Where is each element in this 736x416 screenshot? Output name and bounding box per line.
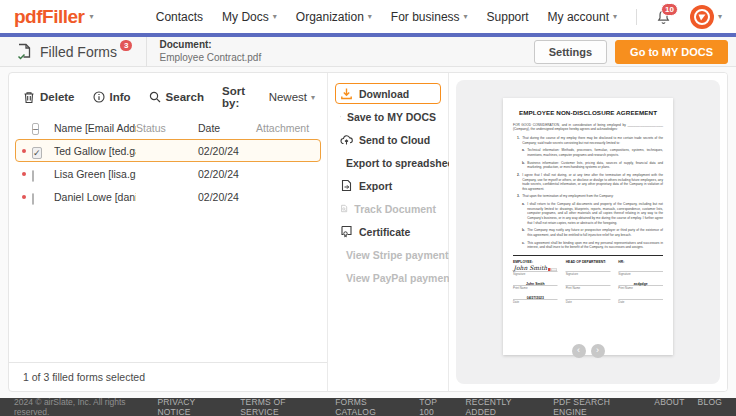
- settings-button[interactable]: Settings: [534, 40, 607, 64]
- page-navigation: ‹ ›: [572, 344, 605, 358]
- signature-column-head-of-department: HEAD OF DEPARTMENT: Signature Print Name: [566, 260, 611, 307]
- header-actions: Settings Go to MY DOCS: [534, 40, 728, 64]
- selection-summary: 1 of 3 filled forms selected: [9, 362, 327, 385]
- filled-forms-count-badge: 3: [120, 40, 132, 51]
- nda-title: EMPLOYEE NON-DISCLOSURE AGREEMENT: [513, 109, 663, 116]
- filled-forms-icon: [16, 43, 33, 61]
- document-name: Employee Contract.pdf: [159, 52, 261, 65]
- footer-link-top-100[interactable]: TOP 100: [419, 397, 452, 416]
- site-footer: 2024 © airSlate, Inc. All rights reserve…: [0, 398, 736, 416]
- nda-clause: 2. I agree that I shall not during, or a…: [517, 172, 663, 191]
- signature-column-employee: EMPLOYEE: John Smith Signature Joh: [513, 260, 558, 307]
- sort-value: Newest: [269, 91, 307, 103]
- row-checkbox[interactable]: [32, 170, 34, 182]
- action-download[interactable]: Download: [335, 83, 441, 104]
- column-header-status: Status: [136, 122, 198, 134]
- document-label: Document:: [159, 39, 261, 52]
- main-nav: Contacts My Docs▾ Organization▾ For busi…: [156, 5, 722, 29]
- action-export[interactable]: Export: [335, 175, 441, 196]
- page-header: Filled Forms 3 Document: Employee Contra…: [0, 37, 736, 67]
- copyright-text: 2024 © airSlate, Inc. All rights reserve…: [14, 397, 157, 416]
- account-avatar-menu[interactable]: ▾: [690, 5, 722, 29]
- save-docs-icon: [340, 110, 341, 123]
- row-name: Lisa Green [lisa.green@email.em] / 83.43…: [54, 168, 136, 180]
- page-title: Filled Forms: [40, 44, 117, 60]
- nav-my-docs[interactable]: My Docs▾: [222, 10, 277, 24]
- nav-support[interactable]: Support: [487, 10, 529, 24]
- signature-stamp-icon: [548, 268, 557, 271]
- action-certificate[interactable]: Certificate: [335, 221, 441, 242]
- footer-link-pdf-search-engine[interactable]: PDF SEARCH ENGINE: [553, 397, 641, 416]
- chevron-down-icon: ▾: [464, 12, 468, 21]
- footer-link-about[interactable]: ABOUT: [654, 397, 684, 416]
- sort-by-label: Sort by:: [222, 85, 265, 109]
- nda-clause: 3. That upon the termination of my emplo…: [517, 194, 663, 199]
- footer-link-terms-of-service[interactable]: TERMS OF SERVICE: [240, 397, 322, 416]
- action-save-to-my-docs[interactable]: Save to MY DOCS: [335, 106, 441, 127]
- divider: [636, 9, 637, 25]
- go-to-my-docs-button[interactable]: Go to MY DOCS: [615, 40, 728, 64]
- select-all-checkbox[interactable]: –: [32, 123, 39, 135]
- row-name: Daniel Lowe [daniel.lowe@email.em] / 83.…: [54, 191, 136, 203]
- notification-count-badge: 10: [661, 3, 678, 16]
- nav-for-business[interactable]: For business▾: [391, 10, 468, 24]
- search-icon: [149, 91, 161, 103]
- pdffiller-logo[interactable]: pdfFiller: [14, 6, 84, 28]
- nda-clause: b. The Company may notify any future or …: [522, 228, 663, 237]
- next-page-button[interactable]: ›: [591, 344, 605, 358]
- action-send-to-cloud[interactable]: Send to Cloud: [335, 129, 441, 150]
- footer-link-recently-added[interactable]: RECENTLY ADDED: [465, 397, 540, 416]
- footer-link-forms-catalog[interactable]: FORMS CATALOG: [335, 397, 406, 416]
- column-header-attachment: Attachment: [256, 122, 310, 134]
- info-icon: [93, 91, 105, 103]
- row-checkbox[interactable]: ✓: [32, 147, 42, 159]
- nda-clause: b. Business information: Customer lists,…: [522, 160, 663, 169]
- preview-background: EMPLOYEE NON-DISCLOSURE AGREEMENT FOR GO…: [456, 80, 720, 384]
- chevron-down-icon: ▾: [311, 93, 315, 102]
- document-preview-pane: EMPLOYEE NON-DISCLOSURE AGREEMENT FOR GO…: [449, 73, 727, 391]
- nav-organization[interactable]: Organization▾: [296, 10, 372, 24]
- chevron-down-icon: ▾: [273, 12, 277, 21]
- delete-button[interactable]: Delete: [23, 91, 75, 104]
- column-header-name: Name [Email Address] / IP: [54, 122, 136, 134]
- main-card: Delete Info Search S: [8, 72, 728, 392]
- action-view-paypal-payments: View PayPal payments: [335, 267, 441, 288]
- employee-signature: John Smith: [514, 264, 548, 271]
- search-button[interactable]: Search: [149, 91, 204, 103]
- airslate-logo-icon: [693, 8, 711, 26]
- download-icon: [340, 87, 353, 100]
- previous-page-button[interactable]: ‹: [572, 344, 586, 358]
- column-header-date: Date: [198, 122, 256, 134]
- certificate-icon: [340, 225, 353, 238]
- notifications-button[interactable]: 10: [656, 9, 671, 25]
- row-checkbox[interactable]: [32, 193, 34, 205]
- cloud-upload-icon: [340, 133, 353, 146]
- info-button[interactable]: Info: [93, 91, 131, 103]
- brand[interactable]: pdfFiller ▾: [14, 6, 93, 28]
- chevron-down-icon: ▾: [89, 12, 93, 21]
- nda-clause: a. I shall return to the Company all doc…: [522, 201, 663, 224]
- unread-dot: [22, 149, 26, 153]
- top-navigation-bar: pdfFiller ▾ Contacts My Docs▾ Organizati…: [0, 0, 736, 33]
- action-export-to-spreadsheet[interactable]: Export to spreadsheet NEW: [335, 152, 441, 173]
- row-name: Ted Gallow [ted.gallow@email.em] / 83.4.…: [54, 145, 136, 157]
- table-row[interactable]: Daniel Lowe [daniel.lowe@email.em] / 83.…: [15, 185, 321, 208]
- filled-forms-list-pane: Delete Info Search S: [9, 73, 327, 391]
- table-row[interactable]: Lisa Green [lisa.green@email.em] / 83.43…: [15, 162, 321, 185]
- sort-dropdown[interactable]: Sort by: Newest ▾: [222, 85, 315, 109]
- row-date: 02/20/24: [198, 145, 256, 157]
- footer-link-privacy-notice[interactable]: PRIVACY NOTICE: [157, 397, 227, 416]
- list-toolbar: Delete Info Search S: [9, 81, 327, 117]
- chevron-down-icon: ▾: [368, 12, 372, 21]
- signature-block: EMPLOYEE: John Smith Signature Joh: [513, 255, 663, 307]
- table-row[interactable]: ✓ Ted Gallow [ted.gallow@email.em] / 83.…: [15, 139, 321, 162]
- chevron-down-icon: ▾: [718, 12, 722, 21]
- divider: [146, 37, 147, 67]
- footer-link-blog[interactable]: BLOG: [698, 397, 722, 416]
- document-meta: Document: Employee Contract.pdf: [159, 39, 261, 64]
- row-date: 02/20/24: [198, 168, 256, 180]
- nav-my-account[interactable]: My account▾: [548, 10, 617, 24]
- unread-dot: [22, 172, 26, 176]
- nda-clause: a. Technical information: Methods, proce…: [522, 148, 663, 157]
- nav-contacts[interactable]: Contacts: [156, 10, 203, 24]
